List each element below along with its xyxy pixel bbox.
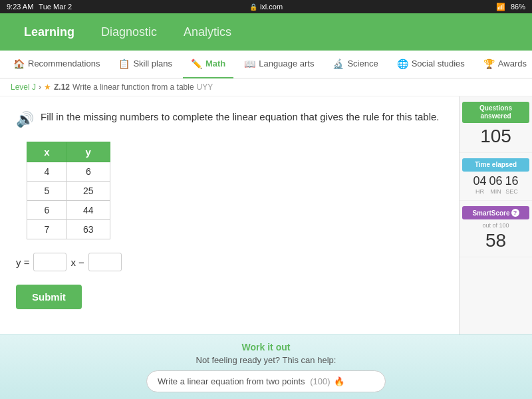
cell-x3: 6	[27, 201, 67, 220]
time-elapsed-label: Time elapsed	[462, 158, 529, 172]
status-time: 9:23 AM	[7, 3, 33, 11]
table-row: 6 44	[27, 201, 110, 220]
science-icon: 🔬	[332, 59, 344, 69]
nav-diagnostic[interactable]: Diagnostic	[88, 13, 170, 51]
time-hours: 04 HR	[473, 174, 486, 195]
cell-y3: 44	[67, 201, 110, 220]
equation-input-1[interactable]	[33, 253, 66, 271]
table-header-y: y	[67, 142, 110, 162]
equation-middle: x −	[70, 257, 84, 268]
subnav-skill-plans[interactable]: 📋 Skill plans	[110, 51, 180, 78]
subnav-science[interactable]: 🔬 Science	[325, 51, 386, 78]
breadcrumb-skill-code: Z.12	[54, 82, 70, 92]
status-day: Tue Mar 2	[39, 3, 72, 11]
language-arts-icon: 📖	[244, 59, 255, 69]
smart-score-sub: out of 100	[462, 222, 529, 229]
social-studies-icon: 🌐	[397, 59, 408, 69]
time-elapsed-box: Time elapsed 04 HR 06 MIN 16 SEC	[460, 153, 532, 201]
cell-x2: 5	[27, 182, 67, 201]
equation-prefix: y =	[16, 257, 29, 268]
nav-analytics[interactable]: Analytics	[170, 13, 245, 51]
time-minutes: 06 MIN	[489, 174, 502, 195]
status-bar: 9:23 AM Tue Mar 2 🔒 ixl.com 📶 86%	[0, 0, 532, 13]
breadcrumb: Level J › ★ Z.12 Write a linear function…	[0, 78, 532, 96]
subnav-awards[interactable]: 🏆 Awards	[475, 51, 532, 78]
table-row: 5 25	[27, 182, 110, 201]
hint-title: Work it out	[11, 342, 521, 352]
question-header: 🔊 Fill in the missing numbers to complet…	[16, 110, 443, 128]
question-text: Fill in the missing numbers to complete …	[41, 110, 439, 125]
questions-answered-box: Questions answered 105	[460, 96, 532, 153]
subnav-language-arts[interactable]: 📖 Language arts	[236, 51, 322, 78]
smart-score-label: SmartScore ?	[462, 206, 529, 219]
cell-y2: 25	[67, 182, 110, 201]
table-row: 4 6	[27, 162, 110, 182]
subnav-social-studies[interactable]: 🌐 Social studies	[389, 51, 473, 78]
awards-icon: 🏆	[483, 59, 495, 69]
nav-learning[interactable]: Learning	[11, 13, 88, 51]
subnav-math[interactable]: ✏️ Math	[183, 51, 233, 78]
star-icon: ★	[44, 82, 51, 92]
bottom-hint: Work it out Not feeling ready yet? This …	[0, 334, 532, 399]
questions-answered-label: Questions answered	[462, 102, 529, 123]
breadcrumb-session-code: UYY	[197, 82, 213, 92]
questions-answered-value: 105	[462, 126, 529, 147]
status-url: ixl.com	[260, 3, 283, 11]
table-header-x: x	[27, 142, 67, 162]
math-icon: ✏️	[191, 59, 202, 69]
data-table: x y 4 6 5 25 6 44 7 63	[27, 142, 110, 239]
skill-plans-icon: 📋	[118, 59, 130, 69]
table-row: 7 63	[27, 220, 110, 239]
subnav-recommendations[interactable]: 🏠 Recommendations	[5, 51, 108, 78]
top-nav: Learning Diagnostic Analytics	[0, 13, 532, 51]
equation-input-2[interactable]	[88, 253, 122, 271]
wifi-icon: 📶	[496, 3, 505, 11]
smart-score-value: 58	[462, 230, 529, 251]
breadcrumb-level[interactable]: Level J	[11, 82, 36, 92]
audio-icon[interactable]: 🔊	[16, 111, 34, 128]
cell-x1: 4	[27, 162, 67, 182]
cell-y4: 63	[67, 220, 110, 239]
cell-y1: 6	[67, 162, 110, 182]
hint-link[interactable]: Write a linear equation from two points …	[146, 370, 386, 392]
breadcrumb-skill-name: Write a linear function from a table	[72, 82, 194, 92]
smart-score-box: SmartScore ? out of 100 58	[460, 201, 532, 257]
battery-value: 86%	[511, 3, 525, 11]
time-display: 04 HR 06 MIN 16 SEC	[462, 174, 529, 195]
help-icon[interactable]: ?	[511, 209, 519, 217]
sub-nav: 🏠 Recommendations 📋 Skill plans ✏️ Math …	[0, 51, 532, 78]
submit-button[interactable]: Submit	[16, 285, 82, 309]
equation-row: y = x −	[16, 253, 443, 271]
cell-x4: 7	[27, 220, 67, 239]
recommendations-icon: 🏠	[13, 59, 25, 69]
hint-subtitle: Not feeling ready yet? This can help:	[11, 355, 521, 365]
lock-icon: 🔒	[249, 3, 257, 11]
time-seconds: 16 SEC	[505, 174, 519, 195]
